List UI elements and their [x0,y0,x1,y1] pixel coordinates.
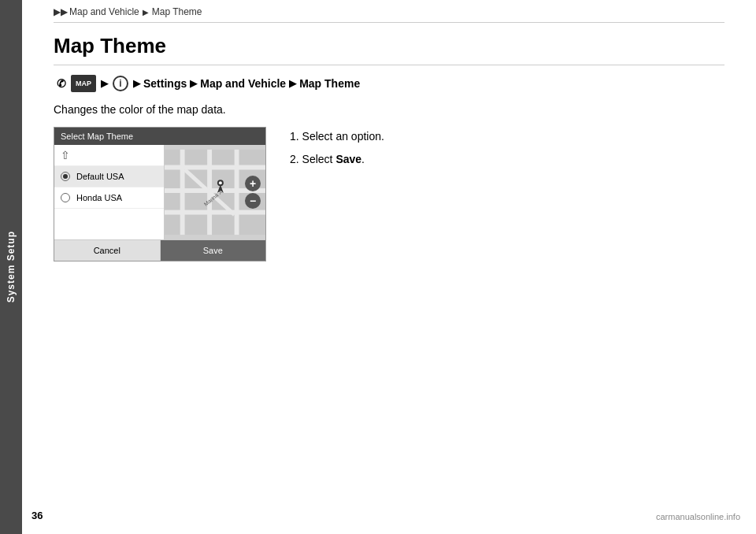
screen-option-2[interactable]: Honda USA [54,187,164,209]
cancel-button[interactable]: Cancel [54,240,161,261]
svg-rect-4 [180,150,185,235]
breadcrumb-page: Map Theme [152,6,202,17]
svg-rect-3 [165,210,265,215]
home-icon: ✆ [54,76,69,91]
nav-settings: Settings [143,77,187,90]
option-label-2: Honda USA [76,193,122,202]
screen-map-preview: Marina X + − [165,145,265,239]
screen-body: ⇧ Default USA Honda USA [54,145,265,239]
nav-map-vehicle: Map and Vehicle [200,77,286,90]
info-icon: i [113,76,128,91]
step1-prefix: 1. [290,130,299,143]
nav-arrow-4: ▶ [289,78,296,89]
breadcrumb-arrow2: ▶ [143,8,149,17]
zoom-in-button[interactable]: + [245,176,261,191]
page-title: Map Theme [54,34,724,65]
breadcrumb: ▶▶ Map and Vehicle ▶ Map Theme [54,0,724,23]
screen-left-panel: ⇧ Default USA Honda USA [54,145,165,239]
screen-footer: Cancel Save [54,239,265,261]
sidebar-label: System Setup [6,231,17,302]
step2-text: Select [302,153,336,165]
save-button[interactable]: Save [161,240,266,261]
step-2: 2. Select Save. [290,150,384,169]
nav-arrow-3: ▶ [190,78,197,89]
main-content: ▶▶ Map and Vehicle ▶ Map Theme Map Theme… [22,0,756,277]
instructions: 1. Select an option. 2. Select Save. [290,127,384,172]
nav-arrow-1: ▶ [101,78,108,89]
nav-map-theme: Map Theme [299,77,360,90]
step1-text: Select an option. [302,130,384,143]
screen-mockup: Select Map Theme ⇧ Default USA Honda USA [54,127,266,261]
breadcrumb-section: Map and Vehicle [69,6,139,17]
step-1: 1. Select an option. [290,127,384,146]
zoom-out-button[interactable]: − [245,193,261,209]
watermark: carmanualsonline.info [656,512,740,521]
description: Changes the color of the map data. [54,103,724,116]
content-row: Select Map Theme ⇧ Default USA Honda USA [54,127,724,261]
svg-point-11 [219,181,222,184]
step2-prefix: 2. [290,153,299,165]
step2-bold: Save [335,153,361,165]
nav-arrow-2: ▶ [133,78,140,89]
option-label-1: Default USA [76,172,124,181]
breadcrumb-arrows: ▶▶ [54,6,68,17]
svg-rect-1 [165,165,265,170]
svg-rect-6 [235,150,239,235]
screen-option-1[interactable]: Default USA [54,166,164,187]
nav-path: ✆ MAP ▶ i ▶ Settings ▶ Map and Vehicle ▶… [54,75,724,92]
zoom-controls: + − [245,176,261,209]
map-icon: MAP [71,75,96,92]
radio-honda-usa[interactable] [61,193,70,202]
sidebar-tab: System Setup [0,0,22,534]
page-number: 36 [32,510,43,521]
screen-header: Select Map Theme [54,128,265,145]
screen-back-arrow: ⇧ [54,145,164,166]
radio-default-usa[interactable] [61,172,70,181]
